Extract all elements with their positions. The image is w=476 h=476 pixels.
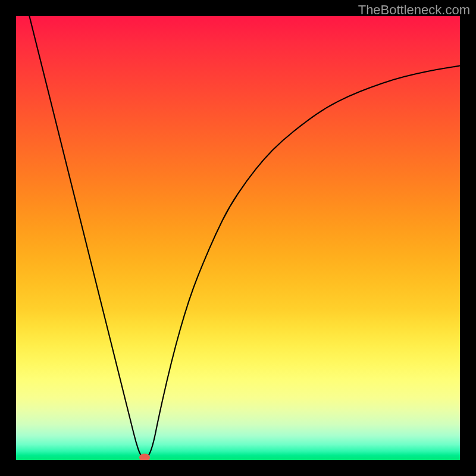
watermark-text: TheBottleneck.com bbox=[358, 2, 470, 18]
chart-frame: TheBottleneck.com bbox=[0, 0, 476, 476]
curve-svg bbox=[16, 16, 460, 460]
bottleneck-curve bbox=[16, 16, 460, 458]
plot-area bbox=[16, 16, 460, 460]
optimal-point-marker bbox=[139, 454, 150, 460]
